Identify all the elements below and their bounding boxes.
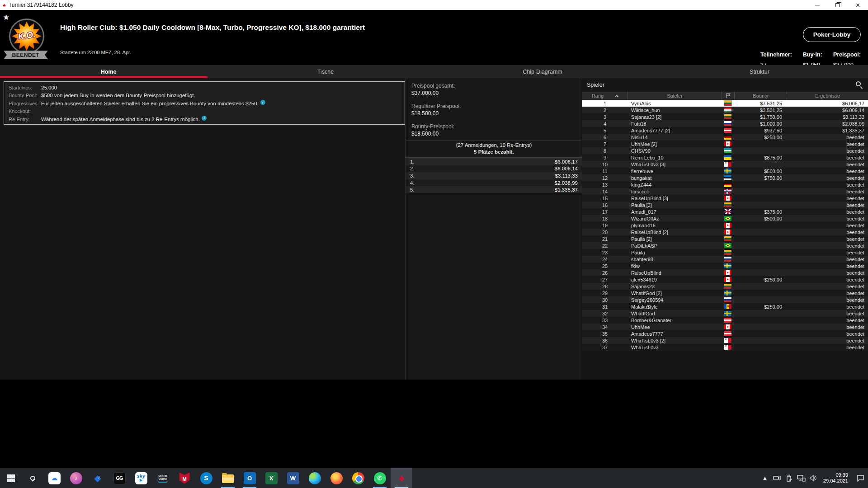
search-icon[interactable] bbox=[856, 81, 861, 86]
player-row[interactable]: 34UhhMeebeendet bbox=[582, 324, 868, 330]
taskbar-icon-firefox[interactable] bbox=[326, 468, 347, 488]
chrome-logo-icon bbox=[352, 472, 364, 484]
player-row[interactable]: 6Nisiu14$250,00beendet bbox=[582, 134, 868, 141]
player-bounty: $375,00 bbox=[734, 209, 787, 215]
star-icon[interactable]: ★ bbox=[3, 13, 9, 22]
player-row[interactable]: 33Bomber&Granaterbeendet bbox=[582, 317, 868, 324]
player-row[interactable]: 19plyman416beendet bbox=[582, 222, 868, 229]
tab-struktur[interactable]: Struktur bbox=[651, 65, 868, 78]
player-row[interactable]: 17Amadi_017$375,00beendet bbox=[582, 208, 868, 215]
taskbar-icon-windows-start[interactable] bbox=[0, 468, 22, 488]
player-flag-cell bbox=[722, 141, 734, 147]
player-row[interactable]: 23Pauilabeendet bbox=[582, 249, 868, 256]
player-row[interactable]: 12bungakat$750,00beendet bbox=[582, 174, 868, 181]
close-button[interactable]: ✕ bbox=[848, 0, 868, 10]
taskbar-icon-outlook[interactable]: O bbox=[239, 468, 260, 488]
info-text: Für jeden ausgeschalteten Spieler erhalt… bbox=[41, 100, 259, 108]
taskbar-icon-prime-video[interactable]: primevideo bbox=[152, 468, 174, 488]
info-icon[interactable]: i bbox=[260, 100, 265, 105]
player-row[interactable]: 7UhhMee [2]beendet bbox=[582, 141, 868, 147]
info-icon[interactable]: i bbox=[202, 116, 207, 121]
tab-tische[interactable]: Tische bbox=[217, 65, 434, 78]
player-result: $2.038,99 bbox=[787, 121, 868, 127]
player-row[interactable]: 37WhaTisL0v3beendet bbox=[582, 344, 868, 351]
player-row[interactable]: 14fcrsccccbeendet bbox=[582, 188, 868, 195]
volume-icon[interactable] bbox=[807, 468, 820, 488]
taskbar-icon-excel[interactable]: X bbox=[260, 468, 282, 488]
action-center-icon[interactable] bbox=[853, 468, 868, 488]
music-note-icon: ♪ bbox=[70, 472, 82, 484]
flag-lt-icon bbox=[724, 202, 731, 208]
player-name: Sergey260594 bbox=[627, 297, 722, 303]
maximize-button[interactable] bbox=[827, 0, 848, 10]
player-name: Pauila [2] bbox=[627, 236, 722, 242]
taskbar-icon-file-explorer[interactable] bbox=[217, 468, 239, 488]
player-row[interactable]: 9Remi Lebo_10$875,00beendet bbox=[582, 154, 868, 161]
player-row[interactable]: 21Pauila [2]beendet bbox=[582, 235, 868, 242]
minimize-button[interactable] bbox=[807, 0, 827, 10]
player-row[interactable]: 26RaiseUpBlindbeendet bbox=[582, 269, 868, 276]
player-result: beendet bbox=[787, 175, 868, 181]
player-row[interactable]: 20RaiseUpBlind [2]beendet bbox=[582, 229, 868, 235]
player-flag-cell bbox=[722, 284, 734, 289]
player-row[interactable]: 30Sergey260594beendet bbox=[582, 296, 868, 303]
player-row[interactable]: 16Pauila [3]beendet bbox=[582, 202, 868, 208]
taskbar-icon-ggpoker[interactable]: GG bbox=[108, 468, 130, 488]
taskbar-icon-chrome[interactable] bbox=[347, 468, 369, 488]
taskbar-icon-sky[interactable]: sky▶ bbox=[130, 468, 152, 488]
player-row[interactable]: 3Sajanas23 [2]$1.750,00$3.113,33 bbox=[582, 113, 868, 120]
taskbar-icon-pokerstars[interactable]: ♠ bbox=[391, 468, 412, 488]
flag-md-icon bbox=[724, 304, 731, 310]
minimize-icon bbox=[815, 5, 820, 5]
column-header-player[interactable]: Spieler bbox=[627, 92, 722, 100]
player-rank: 37 bbox=[582, 345, 627, 350]
taskbar-icon-icloud[interactable]: ☁ bbox=[43, 468, 65, 488]
player-result: beendet bbox=[787, 250, 868, 255]
column-header-rank[interactable]: Rang bbox=[582, 92, 627, 100]
player-row[interactable]: 28Sajanas23beendet bbox=[582, 283, 868, 290]
player-row[interactable]: 29WhatIfGod [2]beendet bbox=[582, 290, 868, 296]
player-row[interactable]: 35Amadeus7777beendet bbox=[582, 330, 868, 337]
players-table-header: Rang Spieler Bounty Ergebnisse bbox=[582, 92, 868, 100]
player-row[interactable]: 8CHSV90beendet bbox=[582, 147, 868, 154]
flag-br-icon bbox=[724, 216, 731, 221]
tab-chip-diagramm[interactable]: Chip-Diagramm bbox=[434, 65, 651, 78]
player-row[interactable]: 18WizardOffAz$500,00beendet bbox=[582, 215, 868, 222]
player-row[interactable]: 24shahter98beendet bbox=[582, 256, 868, 263]
taskbar-icon-edge[interactable] bbox=[304, 468, 326, 488]
player-rank: 3 bbox=[582, 114, 627, 120]
taskbar-icon-search[interactable] bbox=[22, 468, 43, 488]
taskbar-icon-mcafee[interactable]: M bbox=[174, 468, 195, 488]
column-header-results[interactable]: Ergebnisse bbox=[787, 92, 868, 100]
player-row[interactable]: 31Malaka$tyle$250,00beendet bbox=[582, 303, 868, 310]
taskbar-icon-word[interactable]: W bbox=[282, 468, 304, 488]
player-rank: 20 bbox=[582, 230, 627, 235]
network-icon[interactable] bbox=[795, 468, 807, 488]
player-row[interactable]: 36WhaTisL0v3 [2]beendet bbox=[582, 337, 868, 344]
taskbar-icon-whatsapp[interactable]: ✆ bbox=[369, 468, 391, 488]
tray-chevron-up-icon[interactable]: ▲ bbox=[759, 475, 771, 481]
player-row[interactable]: 15RaiseUpBlind [3]beendet bbox=[582, 195, 868, 202]
player-row[interactable]: 25fkiwbeendet bbox=[582, 263, 868, 269]
column-header-flag[interactable] bbox=[722, 92, 734, 100]
taskbar-icon-itunes[interactable]: ♪ bbox=[65, 468, 87, 488]
player-row[interactable]: 11flerrehuve$500,00beendet bbox=[582, 168, 868, 174]
player-row[interactable]: 22PaDiLhASPbeendet bbox=[582, 242, 868, 249]
poker-lobby-button[interactable]: Poker-Lobby bbox=[803, 27, 861, 42]
player-row[interactable]: 32WhatIfGodbeendet bbox=[582, 310, 868, 317]
player-row[interactable]: 27alex534619$250,00beendet bbox=[582, 276, 868, 283]
taskbar-icon-skype[interactable]: S bbox=[195, 468, 217, 488]
player-row[interactable]: 1VyruAlus$7.531,25$6.006,17 bbox=[582, 100, 868, 107]
usb-icon[interactable] bbox=[783, 468, 795, 488]
player-row[interactable]: 13kingZ444beendet bbox=[582, 181, 868, 188]
column-header-bounty[interactable]: Bounty bbox=[734, 92, 787, 100]
firefox-logo-icon bbox=[330, 472, 343, 484]
stat-label: Buy-in: bbox=[803, 52, 822, 58]
player-row[interactable]: 4Futti18$1.000,00$2.038,99 bbox=[582, 120, 868, 127]
player-row[interactable]: 10WhaTisL0v3 [3]beendet bbox=[582, 161, 868, 168]
clock[interactable]: 09:39 29.04.2021 bbox=[823, 472, 848, 484]
player-row[interactable]: 5Amadeus7777 [2]$937,50$1.335,37 bbox=[582, 127, 868, 134]
taskbar-icon-music-app[interactable]: ◆♪ bbox=[87, 468, 108, 488]
camera-icon[interactable] bbox=[771, 468, 783, 488]
player-row[interactable]: 2Wildace_hun$3.531,25$6.006,14 bbox=[582, 107, 868, 113]
